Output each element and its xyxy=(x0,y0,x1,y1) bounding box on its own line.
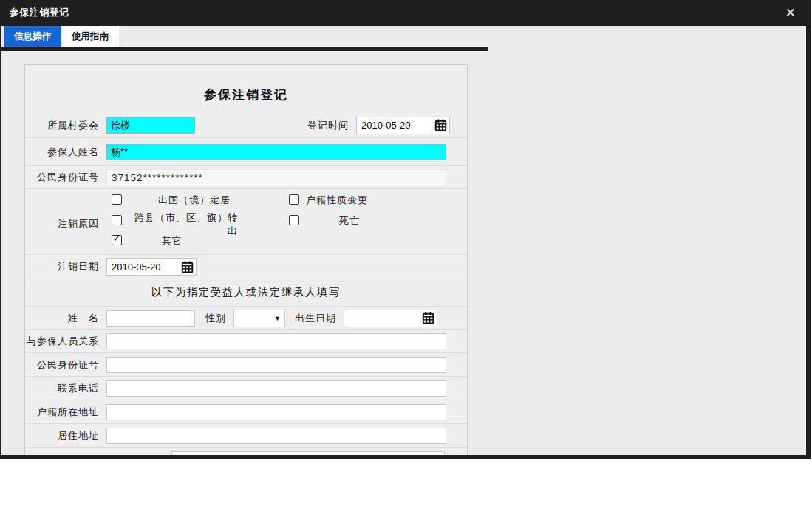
checkbox-other-label: 其它 xyxy=(162,234,182,247)
beneficiary-section-header: 以下为指定受益人或法定继承人填写 xyxy=(25,279,467,307)
beneficiary-name-row: 姓 名 性别 ▼ 出生日期 xyxy=(25,307,467,330)
household-address-input[interactable] xyxy=(106,404,446,420)
reg-time-input[interactable] xyxy=(357,118,431,133)
checkbox-transfer-out[interactable] xyxy=(112,215,122,225)
gender-label: 性别 xyxy=(205,312,226,325)
checkbox-settle-abroad[interactable] xyxy=(112,194,122,205)
calendar-icon[interactable] xyxy=(419,310,437,327)
checkbox-household-change-label: 户籍性质变更 xyxy=(306,194,368,207)
insured-id-label: 公民身份证号 xyxy=(25,171,99,184)
dialog-title: 参保注销登记 xyxy=(10,7,69,19)
village-row: 所属村委会 登记时间 xyxy=(25,113,467,138)
cancel-date-datebox xyxy=(106,258,197,276)
relationship-label: 与参保人员关系 xyxy=(25,335,99,348)
checkbox-transfer-out-label: 跨县（市、区、旗）转出 xyxy=(134,211,238,238)
gender-select[interactable]: ▼ xyxy=(233,310,285,327)
reg-time-datebox xyxy=(356,117,450,134)
checkbox-household-change[interactable] xyxy=(289,194,299,205)
checkbox-check-icon: ✓ xyxy=(112,231,122,245)
checkbox-settle-abroad-label: 出国（境）定居 xyxy=(158,194,231,207)
cancel-date-row: 注销日期 xyxy=(25,255,467,279)
checkbox-death-label: 死亡 xyxy=(339,214,360,228)
registration-form-panel: 参保注销登记 所属村委会 登记时间 参保人姓名 xyxy=(24,64,468,455)
cancel-reason-label: 注销原因 xyxy=(25,217,99,230)
household-address-row: 户籍所在地址 xyxy=(25,400,467,424)
insured-id-value: 37152************* xyxy=(106,169,446,185)
beneficiary-id-label: 公民身份证号 xyxy=(25,358,99,372)
tab-user-guide[interactable]: 使用指南 xyxy=(61,26,119,47)
calendar-icon[interactable] xyxy=(178,259,196,275)
relationship-input[interactable] xyxy=(106,333,446,349)
calendar-icon[interactable] xyxy=(431,117,449,134)
relationship-row: 与参保人员关系 xyxy=(25,330,467,353)
phone-input[interactable] xyxy=(106,380,446,397)
beneficiary-name-label: 姓 名 xyxy=(25,312,99,325)
birth-date-datebox xyxy=(344,310,437,327)
chevron-down-icon: ▼ xyxy=(274,315,281,322)
tab-info-operation[interactable]: 信息操作 xyxy=(4,26,61,47)
insured-name-row: 参保人姓名 xyxy=(25,138,467,166)
phone-label: 联系电话 xyxy=(25,382,99,395)
checkbox-other[interactable]: ✓ xyxy=(112,235,122,245)
beneficiary-name-input[interactable] xyxy=(106,310,195,327)
insured-id-row: 公民身份证号 37152************* xyxy=(25,166,467,189)
birth-date-label: 出生日期 xyxy=(295,312,336,325)
phone-row: 联系电话 xyxy=(25,377,467,400)
residence-address-row: 居住地址 xyxy=(25,424,467,448)
checkbox-death[interactable] xyxy=(289,215,299,225)
reg-time-label: 登记时间 xyxy=(307,119,349,132)
village-input[interactable] xyxy=(106,117,195,134)
household-address-label: 户籍所在地址 xyxy=(25,406,99,419)
close-icon[interactable]: ✕ xyxy=(782,5,799,21)
cancel-reason-group: 注销原因 出国（境）定居 户籍性质变更 跨县（市、区、旗）转出 死亡 ✓ 其它 xyxy=(25,189,467,255)
tab-bar: 信息操作 使用指南 xyxy=(1,26,806,47)
content-area: 参保注销登记 所属村委会 登记时间 参保人姓名 xyxy=(1,51,806,455)
insured-name-input[interactable] xyxy=(106,144,446,160)
cancel-date-input[interactable] xyxy=(107,259,178,274)
residence-address-input[interactable] xyxy=(106,428,446,444)
dialog-body: 信息操作 使用指南 参保注销登记 所属村委会 登记时间 xyxy=(1,26,806,455)
beneficiary-id-row: 公民身份证号 xyxy=(25,353,467,377)
birth-date-input[interactable] xyxy=(344,311,419,326)
form-title: 参保注销登记 xyxy=(25,65,467,113)
beneficiary-id-input[interactable] xyxy=(106,357,446,373)
insured-name-label: 参保人姓名 xyxy=(25,146,99,159)
village-label: 所属村委会 xyxy=(25,119,99,132)
dialog-window: 参保注销登记 ✕ 信息操作 使用指南 参保注销登记 所属村委会 登记时间 xyxy=(0,0,811,459)
residence-address-label: 居住地址 xyxy=(25,429,99,443)
cancel-date-label: 注销日期 xyxy=(25,260,99,273)
dialog-titlebar: 参保注销登记 ✕ xyxy=(1,0,806,26)
partially-visible-input[interactable] xyxy=(171,451,445,455)
